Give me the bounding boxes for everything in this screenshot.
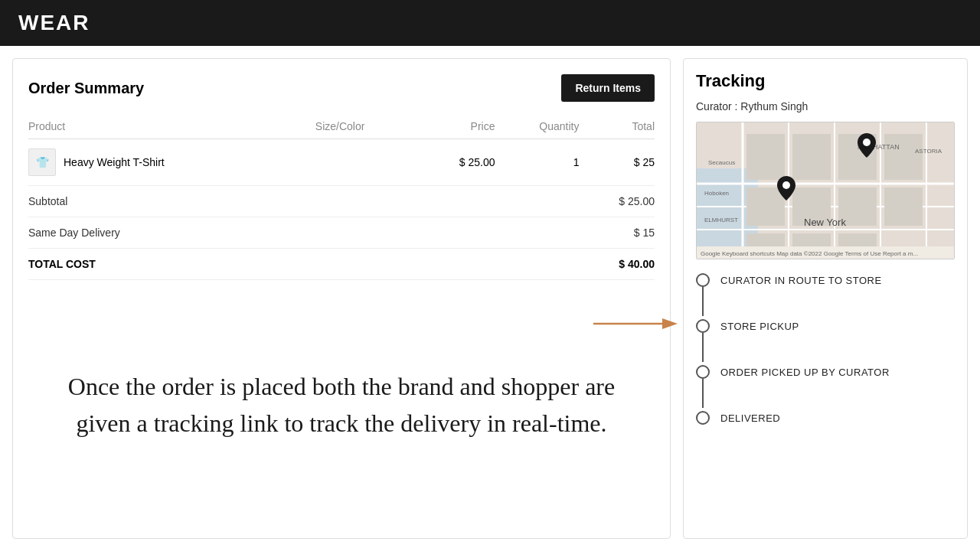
svg-rect-12 — [746, 134, 785, 180]
delivery-label: Same Day Delivery — [28, 217, 315, 249]
total-label: TOTAL COST — [28, 249, 315, 280]
tracking-panel: Tracking Curator : Rythum Singh — [683, 58, 968, 539]
step-circle-1 — [696, 273, 710, 287]
step-spacer-2 — [696, 337, 955, 360]
price-cell: $ 25.00 — [420, 139, 495, 186]
table-header-row: Product Size/Color Price Quantity Total — [28, 114, 655, 139]
subtotal-row: Subtotal $ 25.00 — [28, 186, 655, 217]
map-pin-1 — [858, 133, 876, 161]
order-summary-panel: Order Summary Return Items Product Size/… — [12, 58, 671, 539]
svg-rect-19 — [884, 187, 923, 226]
order-summary-title: Order Summary — [28, 80, 144, 97]
tracking-title: Tracking — [696, 71, 955, 91]
svg-text:ELMHURST: ELMHURST — [704, 217, 738, 223]
step-label-1: CURATOR IN ROUTE TO STORE — [720, 275, 882, 286]
product-thumbnail: 👕 — [28, 148, 56, 176]
main-content: Order Summary Return Items Product Size/… — [0, 46, 980, 551]
table-row: 👕 Heavy Weight T-Shirt $ 25.00 1 $ 25 — [28, 139, 655, 186]
step-line-1 — [702, 287, 704, 316]
delivery-value: $ 15 — [579, 217, 655, 249]
svg-point-32 — [782, 181, 790, 189]
svg-text:ASTORIA: ASTORIA — [915, 148, 942, 155]
step-store-pickup: STORE PICKUP — [696, 315, 955, 337]
return-items-button[interactable]: Return Items — [561, 74, 655, 102]
step-circle-4 — [696, 411, 710, 425]
svg-text:New York: New York — [804, 217, 846, 228]
svg-rect-13 — [792, 134, 831, 180]
total-value: $ 40.00 — [579, 249, 655, 280]
svg-text:Hoboken: Hoboken — [704, 190, 729, 197]
subtotal-value: $ 25.00 — [579, 186, 655, 217]
tshirt-icon: 👕 — [36, 156, 49, 168]
step-line-2 — [702, 333, 704, 362]
step-circle-3 — [696, 365, 710, 379]
tracking-steps: CURATOR IN ROUTE TO STORE STORE PICKUP O… — [696, 269, 955, 526]
step-delivered: DELIVERED — [696, 406, 955, 429]
app-header: WEAR — [0, 0, 980, 46]
svg-point-31 — [863, 139, 871, 146]
size-color-cell — [315, 139, 420, 186]
arrow-icon — [593, 315, 678, 333]
order-summary-header: Order Summary Return Items — [28, 74, 655, 102]
col-size-color: Size/Color — [315, 114, 420, 139]
step-order-picked: ORDER PICKED UP BY CURATOR — [696, 360, 955, 383]
col-product: Product — [28, 114, 315, 139]
app-logo: WEAR — [18, 11, 90, 35]
order-table: Product Size/Color Price Quantity Total … — [28, 114, 655, 280]
tracking-info-text: Once the order is placed both the brand … — [28, 286, 655, 523]
col-quantity: Quantity — [495, 114, 580, 139]
map-pin-2 — [777, 176, 795, 204]
product-name: Heavy Weight T-Shirt — [64, 156, 165, 168]
col-total: Total — [579, 114, 655, 139]
delivery-row: Same Day Delivery $ 15 — [28, 217, 655, 249]
step-circle-2 — [696, 319, 710, 333]
svg-rect-15 — [884, 134, 923, 180]
total-cell: $ 25 — [579, 139, 655, 186]
col-price: Price — [420, 114, 495, 139]
step-line-3 — [702, 379, 704, 408]
product-cell: 👕 Heavy Weight T-Shirt — [28, 139, 315, 186]
step-label-2: STORE PICKUP — [720, 321, 799, 332]
step-label-3: ORDER PICKED UP BY CURATOR — [720, 367, 890, 378]
step-spacer-3 — [696, 383, 955, 406]
quantity-cell: 1 — [495, 139, 580, 186]
subtotal-label: Subtotal — [28, 186, 315, 217]
curator-info: Curator : Rythum Singh — [696, 100, 955, 112]
step-spacer-1 — [696, 292, 955, 315]
step-curator-route: CURATOR IN ROUTE TO STORE — [696, 269, 955, 292]
svg-text:Secaucus: Secaucus — [708, 159, 735, 166]
svg-text:Google  Keyboard shortcuts  Ma: Google Keyboard shortcuts Map data ©2022… — [701, 250, 918, 257]
step-label-4: DELIVERED — [720, 412, 780, 424]
svg-marker-1 — [662, 318, 678, 329]
total-cost-row: TOTAL COST $ 40.00 — [28, 249, 655, 280]
map-container: MANHATTAN Secaucus ASTORIA Hoboken ELMHU… — [696, 122, 955, 259]
